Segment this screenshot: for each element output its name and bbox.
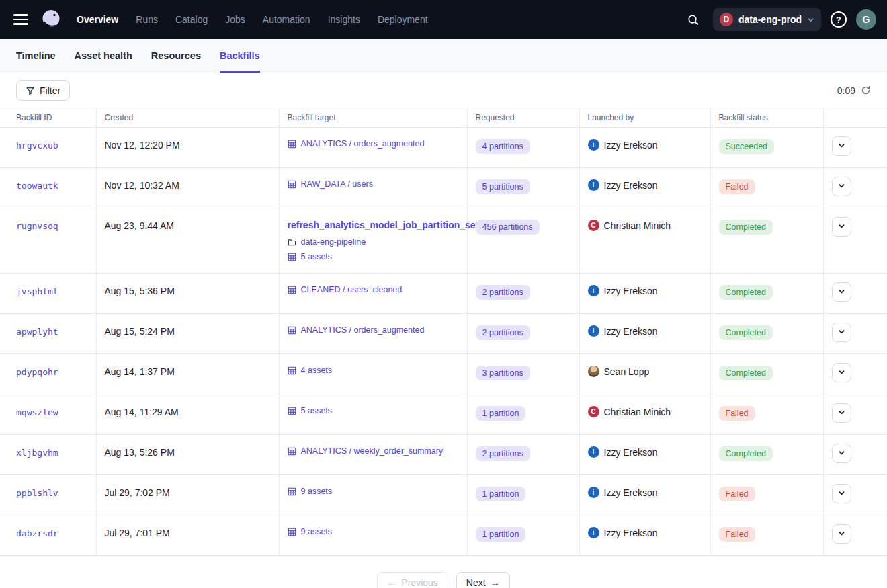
chevron-down-icon <box>838 222 845 232</box>
deployment-switcher[interactable]: D data-eng-prod <box>713 8 821 31</box>
previous-page-button[interactable]: ← Previous <box>377 572 448 588</box>
user-photo-avatar <box>588 366 599 377</box>
arrow-left-icon: ← <box>387 577 396 588</box>
requested-partitions-pill: 2 partitions <box>476 325 530 340</box>
chevron-down-icon <box>838 327 845 337</box>
tab-timeline[interactable]: Timeline <box>16 39 56 73</box>
row-menu-button[interactable] <box>832 217 851 237</box>
launched-by-name: Sean Lopp <box>604 366 650 377</box>
nav-item-automation[interactable]: Automation <box>263 14 310 25</box>
row-menu-button[interactable] <box>832 403 851 423</box>
row-menu-button[interactable] <box>832 323 851 342</box>
backfill-target-link[interactable]: 5 assets <box>301 406 333 415</box>
row-menu-button[interactable] <box>832 282 851 302</box>
launched-by-name: Izzy Erekson <box>604 326 658 337</box>
backfill-target-link[interactable]: RAW_DATA / users <box>301 179 373 189</box>
asset-grid-icon <box>288 286 296 294</box>
overview-tabs: Timeline Asset health Resources Backfill… <box>0 39 887 73</box>
backfill-target-link[interactable]: data-eng-pipeline <box>301 237 366 247</box>
table-row: dabzrsdrJul 29, 7:01 PM9 assets1 partiti… <box>0 515 887 556</box>
backfill-target-link[interactable]: 9 assets <box>301 527 333 536</box>
backfill-id-link[interactable]: toowautk <box>16 181 58 191</box>
row-menu-button[interactable] <box>832 136 851 156</box>
launched-by-name: Izzy Erekson <box>604 180 658 191</box>
table-row: rugnvsoqAug 23, 9:44 AMrefresh_analytics… <box>0 208 887 274</box>
status-badge: Failed <box>719 406 755 421</box>
tab-backfills[interactable]: Backfills <box>220 39 260 73</box>
dagster-logo-icon[interactable] <box>38 6 65 33</box>
user-initial-avatar: i <box>588 179 599 191</box>
backfill-target-link[interactable]: 9 assets <box>301 487 333 496</box>
launched-by-name: Christian Minich <box>604 220 671 231</box>
backfills-table: Backfill ID Created Backfill target Requ… <box>0 108 887 556</box>
column-header-created: Created <box>96 108 279 128</box>
chevron-down-icon <box>838 368 845 378</box>
requested-partitions-pill: 3 partitions <box>476 366 530 380</box>
backfill-id-link[interactable]: pdypqohr <box>16 367 58 377</box>
launched-by-name: Christian Minich <box>604 407 671 417</box>
next-page-button[interactable]: Next → <box>456 572 510 588</box>
row-menu-button[interactable] <box>832 363 851 382</box>
backfill-id-link[interactable]: xljbgvhm <box>16 448 58 458</box>
hamburger-menu-icon[interactable] <box>13 10 32 29</box>
chevron-down-icon <box>838 287 845 297</box>
user-avatar[interactable]: G <box>856 9 876 30</box>
row-menu-button[interactable] <box>832 444 851 463</box>
created-timestamp: Nov 12, 10:32 AM <box>105 180 179 191</box>
backfill-target-link[interactable]: ANALYTICS / orders_augmented <box>301 325 425 335</box>
backfill-id-link[interactable]: hrgvcxub <box>16 140 58 151</box>
deployment-name: data-eng-prod <box>738 14 802 25</box>
nav-item-overview[interactable]: Overview <box>77 14 118 25</box>
backfills-table-body: hrgvcxubNov 12, 12:20 PMANALYTICS / orde… <box>0 128 887 556</box>
row-menu-button[interactable] <box>832 484 851 503</box>
nav-item-jobs[interactable]: Jobs <box>225 14 245 25</box>
asset-grid-icon <box>288 326 296 335</box>
tab-resources[interactable]: Resources <box>151 39 201 73</box>
backfill-id-link[interactable]: mqwszlew <box>16 407 58 417</box>
filter-button[interactable]: Filter <box>16 80 70 101</box>
backfill-id-link[interactable]: ppblshlv <box>16 488 58 498</box>
chevron-down-icon <box>838 489 845 499</box>
backfill-id-link[interactable]: rugnvsoq <box>16 221 58 231</box>
status-badge: Completed <box>719 325 773 340</box>
user-avatar-initial: G <box>863 14 870 25</box>
status-badge: Completed <box>719 285 773 300</box>
search-icon[interactable] <box>683 9 704 30</box>
created-timestamp: Aug 14, 1:37 PM <box>105 366 175 377</box>
nav-item-runs[interactable]: Runs <box>136 14 158 25</box>
row-menu-button[interactable] <box>832 524 851 544</box>
pagination: ← Previous Next → <box>0 556 887 588</box>
backfill-target-link[interactable]: 5 assets <box>301 252 333 261</box>
user-initial-avatar: i <box>588 487 599 498</box>
table-row: jvsphtmtAug 15, 5:36 PMCLEANED / users_c… <box>0 274 887 314</box>
created-timestamp: Aug 15, 5:36 PM <box>105 286 175 296</box>
nav-item-catalog[interactable]: Catalog <box>175 14 208 25</box>
backfill-target-job-link[interactable]: refresh_analytics_model_job_partition_se… <box>288 220 459 230</box>
status-badge: Completed <box>719 366 773 380</box>
deployment-badge: D <box>720 13 733 26</box>
help-icon[interactable]: ? <box>831 11 847 28</box>
backfill-target-link[interactable]: ANALYTICS / weekly_order_summary <box>301 446 444 456</box>
nav-item-insights[interactable]: Insights <box>328 14 360 25</box>
created-timestamp: Jul 29, 7:02 PM <box>105 487 170 498</box>
user-initial-avatar: C <box>588 220 599 231</box>
table-row: ppblshlvJul 29, 7:02 PM9 assets1 partiti… <box>0 475 887 515</box>
created-timestamp: Aug 23, 9:44 AM <box>105 220 175 231</box>
table-row: pdypqohrAug 14, 1:37 PM4 assets3 partiti… <box>0 354 887 394</box>
tab-asset-health[interactable]: Asset health <box>75 39 132 73</box>
backfill-id-link[interactable]: apwplyht <box>16 327 58 337</box>
asset-grid-icon <box>288 407 296 415</box>
backfill-id-link[interactable]: dabzrsdr <box>16 528 58 538</box>
nav-item-deployment[interactable]: Deployment <box>378 14 428 25</box>
column-header-backfill-target: Backfill target <box>279 108 467 128</box>
backfill-target-link[interactable]: 4 assets <box>301 366 333 375</box>
refresh-icon[interactable] <box>861 85 871 95</box>
next-label: Next <box>466 577 486 588</box>
created-timestamp: Aug 14, 11:29 AM <box>105 407 179 417</box>
backfill-target-link[interactable]: CLEANED / users_cleaned <box>301 285 403 294</box>
status-badge: Completed <box>719 446 773 461</box>
backfill-id-link[interactable]: jvsphtmt <box>16 286 58 296</box>
row-menu-button[interactable] <box>832 177 851 196</box>
status-badge: Failed <box>719 179 755 194</box>
backfill-target-link[interactable]: ANALYTICS / orders_augmented <box>301 139 425 149</box>
